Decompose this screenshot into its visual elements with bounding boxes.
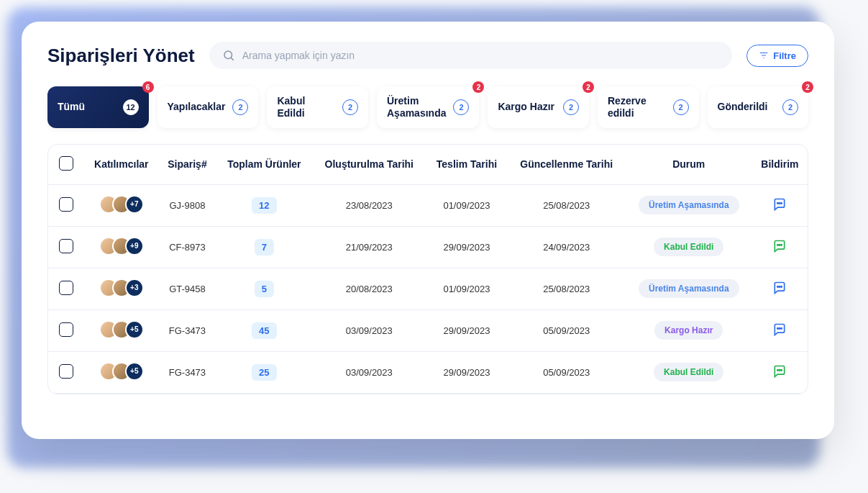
avatar-more-count: +5 — [125, 362, 144, 381]
participants-avatars[interactable]: +9 — [99, 237, 144, 255]
total-products-pill: 12 — [252, 197, 276, 214]
tab-0[interactable]: Tümü126 — [47, 86, 149, 128]
svg-point-16 — [781, 369, 782, 371]
col-updated-date: Güncellenme Tarihi — [508, 145, 626, 185]
tab-6[interactable]: Gönderildi22 — [708, 86, 809, 128]
total-products-pill: 25 — [252, 364, 276, 381]
row-checkbox[interactable] — [59, 197, 73, 212]
created-date: 23/08/2023 — [312, 184, 426, 226]
created-date: 21/09/2023 — [312, 226, 426, 268]
col-notif: Bildirim — [752, 145, 808, 185]
notification-icon[interactable] — [772, 322, 787, 337]
search-icon — [222, 49, 235, 62]
tab-4[interactable]: Kargo Hazır22 — [488, 86, 589, 128]
search-input[interactable] — [242, 50, 719, 61]
tab-badge: 2 — [472, 81, 484, 93]
delivery-date: 29/09/2023 — [426, 226, 508, 268]
tab-label: Rezerve edildi — [608, 95, 666, 119]
order-number: FG-3473 — [159, 309, 216, 351]
row-checkbox[interactable] — [59, 239, 73, 253]
participants-avatars[interactable]: +5 — [99, 362, 144, 381]
tab-count: 2 — [673, 99, 689, 115]
svg-point-13 — [781, 327, 782, 329]
col-participants: Katılımcılar — [84, 145, 159, 185]
filter-button[interactable]: Filtre — [746, 45, 808, 67]
svg-line-1 — [231, 58, 233, 60]
created-date: 20/08/2023 — [312, 268, 426, 309]
updated-date: 05/09/2023 — [508, 351, 626, 393]
status-badge: Kargo Hazır — [654, 321, 723, 340]
svg-point-3 — [780, 202, 781, 204]
filter-label: Filtre — [773, 50, 796, 61]
avatar-more-count: +3 — [125, 279, 144, 297]
status-badge: Üretim Aşamasında — [639, 279, 739, 298]
created-date: 03/09/2023 — [312, 309, 426, 351]
svg-point-0 — [224, 51, 232, 59]
table-row: +5FG-34734503/09/202329/09/202305/09/202… — [48, 309, 808, 351]
tab-badge: 2 — [802, 81, 813, 93]
orders-table: Katılımcılar Sipariş# Toplam Ürünler Olu… — [48, 145, 808, 394]
svg-point-11 — [777, 327, 779, 329]
total-products-pill: 5 — [255, 281, 274, 297]
avatar-more-count: +5 — [125, 320, 144, 339]
row-checkbox[interactable] — [59, 281, 73, 295]
row-checkbox[interactable] — [59, 322, 73, 337]
participants-avatars[interactable]: +7 — [99, 195, 144, 214]
status-badge: Üretim Aşamasında — [639, 196, 739, 214]
notification-icon[interactable] — [772, 239, 787, 253]
avatar-more-count: +7 — [125, 195, 144, 214]
orders-table-card: Katılımcılar Sipariş# Toplam Ürünler Olu… — [47, 144, 808, 394]
tab-label: Kargo Hazır — [498, 101, 554, 113]
participants-avatars[interactable]: +3 — [99, 279, 144, 297]
page-title: Siparişleri Yönet — [47, 45, 195, 67]
svg-point-9 — [780, 286, 781, 287]
created-date: 03/09/2023 — [312, 351, 426, 393]
total-products-pill: 45 — [252, 322, 276, 339]
table-row: +9CF-8973721/09/202329/09/202324/09/2023… — [48, 226, 808, 268]
table-row: +7GJ-98081223/08/202301/09/202325/08/202… — [48, 184, 808, 226]
delivery-date: 29/09/2023 — [426, 351, 508, 393]
order-number: GJ-9808 — [159, 184, 216, 226]
status-badge: Kabul Edildi — [654, 238, 723, 256]
tab-count: 2 — [782, 99, 798, 115]
tab-count: 2 — [232, 99, 248, 115]
avatar-more-count: +9 — [125, 237, 144, 255]
order-number: CF-8973 — [159, 226, 216, 268]
notification-icon[interactable] — [772, 197, 787, 212]
tab-count: 2 — [563, 99, 579, 115]
updated-date: 25/08/2023 — [508, 184, 626, 226]
total-products-pill: 7 — [255, 239, 274, 255]
order-number: GT-9458 — [159, 268, 216, 309]
tab-5[interactable]: Rezerve edildi2 — [598, 86, 699, 128]
svg-point-4 — [781, 202, 782, 204]
table-row: +5FG-34732503/09/202329/09/202305/09/202… — [48, 351, 808, 393]
table-header-row: Katılımcılar Sipariş# Toplam Ürünler Olu… — [48, 145, 808, 185]
tabs-row: Tümü126Yapılacaklar2Kabul Edildi2Üretim … — [47, 86, 808, 128]
notification-icon[interactable] — [772, 364, 787, 379]
svg-point-14 — [777, 369, 779, 371]
svg-point-6 — [780, 244, 781, 245]
row-checkbox[interactable] — [59, 364, 73, 379]
order-number: FG-3473 — [159, 351, 216, 393]
participants-avatars[interactable]: +5 — [99, 320, 144, 339]
updated-date: 05/09/2023 — [508, 309, 626, 351]
tab-badge: 2 — [583, 81, 594, 93]
svg-point-2 — [777, 202, 779, 204]
tab-badge: 6 — [142, 81, 154, 93]
search-bar[interactable] — [209, 42, 732, 69]
status-badge: Kabul Edildi — [654, 363, 723, 381]
col-created-date: Oluşturulma Tarihi — [312, 145, 426, 185]
updated-date: 24/09/2023 — [508, 226, 626, 268]
tab-1[interactable]: Yapılacaklar2 — [157, 86, 259, 128]
header-row: Siparişleri Yönet Filtre — [47, 42, 808, 69]
col-total-products: Toplam Ürünler — [216, 145, 312, 185]
svg-point-8 — [777, 286, 779, 287]
delivery-date: 01/09/2023 — [426, 184, 508, 226]
table-row: +3GT-9458520/08/202301/09/202325/08/2023… — [48, 268, 808, 309]
tab-3[interactable]: Üretim Aşamasında22 — [377, 86, 479, 128]
svg-point-7 — [781, 244, 782, 245]
svg-point-10 — [781, 286, 782, 287]
tab-2[interactable]: Kabul Edildi2 — [267, 86, 368, 128]
notification-icon[interactable] — [772, 281, 787, 295]
select-all-checkbox[interactable] — [59, 156, 73, 171]
